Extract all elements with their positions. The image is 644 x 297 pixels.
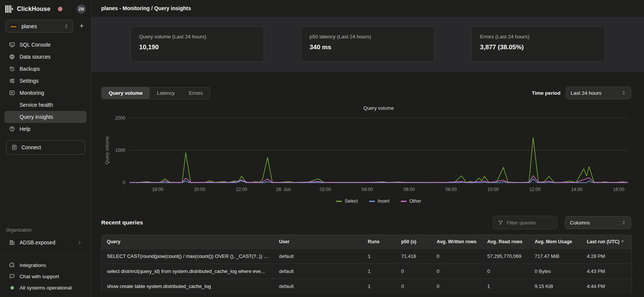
organization-name: ADSB.exposed xyxy=(20,239,55,245)
chevron-updown-icon xyxy=(621,90,626,95)
svg-text:02:00: 02:00 xyxy=(320,187,331,192)
chat-icon xyxy=(9,273,15,279)
brand-name: ClickHouse xyxy=(17,6,50,12)
stat-label: p50 latency (Last 24 hours) xyxy=(310,34,426,39)
stat-card-p50-latency: p50 latency (Last 24 hours) 340 ms xyxy=(301,26,434,62)
sidebar-item-label: Settings xyxy=(20,78,39,84)
sidebar-item-label: Backups xyxy=(20,66,40,72)
svg-text:14:00: 14:00 xyxy=(571,187,582,192)
column-header[interactable]: Avg. Read rows xyxy=(482,235,529,249)
legend-item[interactable]: Select xyxy=(336,199,358,204)
column-header[interactable]: Runs xyxy=(363,235,396,249)
stat-value: 340 ms xyxy=(310,44,426,51)
legend-label: Insert xyxy=(378,199,389,204)
table-cell: 9.15 KiB xyxy=(529,279,582,294)
sidebar-item-label: Monitoring xyxy=(20,90,44,96)
chart-toolbar: Query volume Latency Errors Time period … xyxy=(91,86,644,99)
svg-text:16:00: 16:00 xyxy=(613,187,624,192)
sidebar-item-data-sources[interactable]: Data sources xyxy=(5,51,87,63)
stat-label: Query volume (Last 24 hours) xyxy=(139,34,255,39)
tab-query-volume[interactable]: Query volume xyxy=(102,87,150,99)
settings-icon xyxy=(9,78,15,84)
stat-card-query-volume: Query volume (Last 24 hours) 10,190 xyxy=(131,26,264,62)
table-row[interactable]: show create table system.distributed_cac… xyxy=(102,279,632,294)
table-cell: 4:43 PM xyxy=(582,264,632,279)
table-cell: 1 xyxy=(363,279,396,294)
service-selector[interactable]: aws planes xyxy=(5,20,73,33)
main-area: planes - Monitoring / Query insights Que… xyxy=(91,0,644,297)
sort-asc-icon: ^ xyxy=(621,239,624,244)
column-header[interactable]: Last run (UTC)^ xyxy=(582,235,632,249)
footer-item-label: Chat with support xyxy=(20,274,59,279)
sidebar-item-query-insights[interactable]: Query insights xyxy=(5,111,87,123)
backups-icon xyxy=(9,66,15,72)
table-cell: 1 xyxy=(363,249,396,264)
columns-select[interactable]: Columns xyxy=(565,216,631,229)
legend-item[interactable]: Insert xyxy=(369,199,389,204)
sidebar-item-service-health[interactable]: Service health xyxy=(5,99,87,111)
table-cell: 4:44 PM xyxy=(582,279,632,294)
help-icon xyxy=(9,126,15,132)
topbar: planes - Monitoring / Query insights xyxy=(91,0,644,17)
breadcrumb: planes - Monitoring / Query insights xyxy=(101,5,191,11)
tab-errors[interactable]: Errors xyxy=(182,87,210,99)
table-cell: 0 xyxy=(431,264,482,279)
filter-queries-input-wrap[interactable] xyxy=(493,216,557,229)
column-header[interactable]: Avg. Mem Usage xyxy=(529,235,582,249)
svg-text:2000: 2000 xyxy=(115,115,125,121)
sidebar-item-settings[interactable]: Settings xyxy=(5,75,87,87)
column-header[interactable]: User xyxy=(274,235,363,249)
svg-text:Query volume: Query volume xyxy=(363,105,394,111)
connect-button[interactable]: Connect xyxy=(6,140,85,155)
sidebar-item-integrations[interactable]: Integrations xyxy=(5,259,87,271)
column-header[interactable]: Avg. Written rows xyxy=(431,235,482,249)
add-service-button[interactable]: + xyxy=(77,22,86,30)
table-row[interactable]: select distrinct(query_id) from system.d… xyxy=(102,264,632,279)
table-cell: 0 Bytes xyxy=(529,264,582,279)
service-status-dot xyxy=(58,7,62,11)
sidebar-item-chat-support[interactable]: Chat with support xyxy=(5,271,87,282)
svg-text:Query volume: Query volume xyxy=(105,136,110,164)
table-cell: 0 xyxy=(396,264,431,279)
clickhouse-logo-icon xyxy=(5,5,14,13)
legend-label: Other xyxy=(409,199,421,204)
recent-queries-header: Recent queries Columns xyxy=(91,216,644,229)
brand[interactable]: ClickHouse ZN xyxy=(0,0,91,14)
query-volume-chart: 01000200018:0020:0022:0028. Jun02:0004:0… xyxy=(91,104,644,204)
time-period-select[interactable]: Last 24 hours xyxy=(566,86,631,99)
data-sources-icon xyxy=(9,54,15,60)
sidebar: ClickHouse ZN aws planes + SQL Console xyxy=(0,0,91,297)
footer-item-label: All systems operational xyxy=(20,285,72,291)
column-header[interactable]: p50 (s) xyxy=(396,235,431,249)
table-cell: 0 xyxy=(431,279,482,294)
organization-label: Organization xyxy=(6,227,85,233)
sidebar-item-help[interactable]: Help xyxy=(5,123,87,135)
chart-legend: SelectInsertOther xyxy=(130,199,627,204)
organization-item[interactable]: ADSB.exposed xyxy=(5,236,87,249)
chart-canvas: 01000200018:0020:0022:0028. Jun02:0004:0… xyxy=(91,104,644,196)
tab-latency[interactable]: Latency xyxy=(150,87,182,99)
table-cell: default xyxy=(274,264,363,279)
chevron-updown-icon xyxy=(64,24,69,29)
svg-text:12:00: 12:00 xyxy=(529,187,541,192)
legend-item[interactable]: Other xyxy=(401,199,421,204)
chart-tabs: Query volume Latency Errors xyxy=(101,87,210,99)
table-cell: 4:28 PM xyxy=(582,249,632,264)
organization-icon xyxy=(9,239,15,245)
table-cell: default xyxy=(274,279,363,294)
sidebar-item-monitoring[interactable]: Monitoring xyxy=(5,87,87,99)
stat-value: 10,190 xyxy=(139,44,255,51)
app-window: ClickHouse ZN aws planes + SQL Console xyxy=(0,0,644,297)
integrations-icon xyxy=(9,262,15,268)
table-cell: 0 xyxy=(482,264,529,279)
filter-queries-input[interactable] xyxy=(507,220,553,226)
svg-text:20:00: 20:00 xyxy=(194,187,205,192)
sidebar-item-backups[interactable]: Backups xyxy=(5,63,87,75)
table-row[interactable]: SELECT CAST(round(pow(count() / max(coun… xyxy=(102,249,632,264)
system-status-item[interactable]: All systems operational xyxy=(5,282,87,293)
stat-label: Errors (Last 24 hours) xyxy=(480,34,596,39)
column-header[interactable]: Query xyxy=(102,235,274,249)
avatar[interactable]: ZN xyxy=(77,5,86,14)
sidebar-item-label: Help xyxy=(20,126,30,132)
sidebar-item-sql-console[interactable]: SQL Console xyxy=(5,39,87,51)
